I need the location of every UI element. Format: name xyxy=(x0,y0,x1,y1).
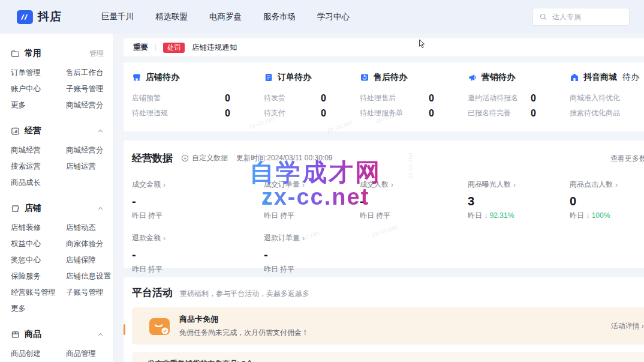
stat-label-link[interactable]: 成交金额› xyxy=(132,179,165,190)
chevron-up-icon xyxy=(97,331,104,338)
sidebar-item[interactable]: 商品成长 xyxy=(11,175,62,191)
platform-activity-subtitle: 重磅福利，参与平台活动，卖越多返越多 xyxy=(180,289,309,299)
stat-value: - xyxy=(264,195,360,207)
todo-item-label[interactable]: 已报名待完善 xyxy=(468,108,511,118)
sidebar-item[interactable]: 商家体验分 xyxy=(66,236,111,252)
sidebar-item[interactable]: 商品管理 xyxy=(66,346,109,362)
sidebar-item[interactable]: 商城经营分 xyxy=(66,142,109,158)
todo-item-label[interactable]: 待处理售后 xyxy=(360,93,396,103)
sidebar-section-title[interactable]: 经营 xyxy=(25,125,41,136)
top-header: 抖店 巨量千川精选联盟电商罗盘服务市场学习中心 xyxy=(0,0,644,34)
chevron-right-icon: › xyxy=(615,181,618,189)
sidebar-item[interactable]: 订单管理 xyxy=(11,65,62,81)
sidebar-item[interactable]: 更多 xyxy=(11,97,62,113)
todo-item-label[interactable]: 商城准入待优化 xyxy=(570,93,620,103)
sidebar-item-grid: 订单管理售后工作台账户中心子账号管理更多商城经营分 xyxy=(11,65,109,113)
top-nav: 巨量千川精选联盟电商罗盘服务市场学习中心 xyxy=(101,11,532,22)
sidebar-item[interactable]: 售后工作台 xyxy=(66,65,109,81)
todo-item: 商城准入待优化 xyxy=(570,91,644,106)
todo-item-label[interactable]: 待支付 xyxy=(264,108,285,118)
sidebar-item[interactable]: 搜索运营 xyxy=(11,158,62,175)
sidebar-item[interactable]: 子账号管理 xyxy=(66,81,109,97)
stat-label-link[interactable]: 退款订单量› xyxy=(264,233,305,243)
stat-value: 0 xyxy=(570,195,644,207)
todo-item-label[interactable]: 搜索待优化商品 xyxy=(570,108,620,118)
stat-label-link[interactable]: 成交订单量› xyxy=(264,179,305,190)
sidebar-item[interactable]: 商城经营 xyxy=(11,142,62,158)
nav-item-0[interactable]: 巨量千川 xyxy=(101,11,134,22)
sidebar-item[interactable]: 店铺信息设置 xyxy=(66,268,111,285)
todo-card-header: 售后待办 xyxy=(360,72,468,83)
stat-成交人数: 成交人数›-昨日 持平 xyxy=(360,178,468,221)
box-icon xyxy=(11,330,20,339)
todo-card-aftersale: 售后待办待处理售后0待处理服务单0 xyxy=(360,72,468,121)
chevron-right-icon: › xyxy=(302,234,305,243)
sidebar-section-title[interactable]: 商品 xyxy=(25,329,41,340)
sidebar-section-shangpin: 商品商品创建商品管理库存管理商品诊断商机中心爆款竞价商品工具商品素材 xyxy=(11,327,109,362)
sidebar-item[interactable]: 店铺运营 xyxy=(66,158,109,175)
sidebar-item[interactable]: 商城经营分 xyxy=(66,97,109,113)
todo-item-label[interactable]: 邀约活动待报名 xyxy=(468,93,518,103)
sidebar-item[interactable]: 店铺保障 xyxy=(66,252,111,268)
sidebar-item[interactable]: 奖惩中心 xyxy=(11,252,62,268)
trend-down-indicator: ↓ 92.31% xyxy=(484,211,514,220)
todo-item-label[interactable]: 店铺预警 xyxy=(132,93,161,103)
nav-item-1[interactable]: 精选联盟 xyxy=(155,11,188,22)
custom-data-button[interactable]: 自定义数据 xyxy=(181,153,228,163)
sidebar-section-jingying: 经营商城经营商城经营分搜索运营店铺运营商品成长 xyxy=(11,123,109,191)
sidebar-section-header-changyong: 常用管理 xyxy=(11,46,109,61)
sidebar-section-title[interactable]: 常用 xyxy=(25,48,41,59)
sidebar-item[interactable]: 店铺装修 xyxy=(11,220,62,236)
sidebar-section-title[interactable]: 店铺 xyxy=(25,203,41,214)
sidebar-item-grid: 商品创建商品管理库存管理商品诊断商机中心爆款竞价商品工具商品素材 xyxy=(11,346,109,362)
stat-trend: 昨日 持平 xyxy=(264,264,360,274)
main-content: 重要 处罚 店铺违规通知 店铺待办店铺预警0待处理违规0订单待办待发货0待支付0… xyxy=(114,34,644,362)
sidebar-item[interactable]: 子账号管理 xyxy=(66,285,111,301)
search-input[interactable] xyxy=(551,12,623,22)
mall-icon xyxy=(570,73,579,82)
punishment-badge: 处罚 xyxy=(163,43,185,53)
sidebar-item[interactable]: 商品创建 xyxy=(11,346,62,362)
nav-item-4[interactable]: 学习中心 xyxy=(317,11,350,22)
sidebar-item[interactable]: 账户中心 xyxy=(11,81,62,97)
stat-value: - xyxy=(360,195,468,207)
chevron-right-icon: › xyxy=(391,181,393,189)
sidebar-item[interactable]: 权益中心 xyxy=(11,236,62,252)
banner-desc: 免佣任务尚未完成，次月仍需支付佣金！ xyxy=(179,328,309,338)
sidebar-section-header-jingying: 经营 xyxy=(11,123,109,139)
view-more-data-link[interactable]: 查看更多数据 xyxy=(610,154,644,164)
sidebar-item[interactable]: 经营账号管理 xyxy=(11,285,62,301)
commission-free-banner[interactable]: 商品卡免佣 免佣任务尚未完成，次月仍需支付佣金！ 活动详情 › xyxy=(132,307,644,345)
todo-item-label[interactable]: 待处理服务单 xyxy=(360,108,403,118)
stat-trend: 昨日 ↓ 92.31% xyxy=(468,211,570,221)
sidebar-section-dianpu: 店铺店铺装修店铺动态权益中心商家体验分奖惩中心店铺保障保险服务店铺信息设置经营账… xyxy=(11,201,109,317)
nav-item-2[interactable]: 电商罗盘 xyxy=(209,11,242,22)
todo-item: 待发货0 xyxy=(264,91,360,106)
stat-trend: 昨日 持平 xyxy=(360,211,468,221)
search-box[interactable] xyxy=(532,8,630,26)
violation-notice-link[interactable]: 店铺违规通知 xyxy=(192,43,237,53)
todo-card-header: 店铺待办 xyxy=(132,72,264,83)
nav-item-3[interactable]: 服务市场 xyxy=(263,11,296,22)
stat-label-link[interactable]: 商品点击人数› xyxy=(570,179,618,190)
sidebar-item[interactable]: 店铺动态 xyxy=(66,220,111,236)
todo-item-value: 0 xyxy=(429,108,434,119)
stat-label-link[interactable]: 退款金额› xyxy=(132,233,165,243)
stat-label-link[interactable]: 商品曝光人数› xyxy=(468,179,516,190)
chevron-right-icon: › xyxy=(163,181,165,189)
notice-important-label: 重要 xyxy=(133,43,148,53)
todo-item-label[interactable]: 待发货 xyxy=(264,93,285,103)
todo-item-value: 0 xyxy=(225,108,230,119)
activity-detail-link[interactable]: 活动详情 › xyxy=(611,321,644,331)
todo-card-shop: 店铺待办店铺预警0待处理违规0 xyxy=(132,72,264,121)
todo-item: 搜索待优化商品 xyxy=(570,106,644,121)
sidebar-item[interactable]: 保险服务 xyxy=(11,268,62,285)
stat-label-link[interactable]: 成交人数› xyxy=(360,179,393,190)
chevron-up-icon xyxy=(97,205,104,212)
todo-item-label[interactable]: 待处理违规 xyxy=(132,108,168,118)
sidebar-item[interactable]: 更多 xyxy=(11,301,62,317)
logo[interactable]: 抖店 xyxy=(17,9,62,25)
todo-card-title: 抖音商城 xyxy=(583,72,617,83)
sidebar-manage-link[interactable]: 管理 xyxy=(89,49,104,59)
todo-card-title: 营销待办 xyxy=(482,72,515,83)
